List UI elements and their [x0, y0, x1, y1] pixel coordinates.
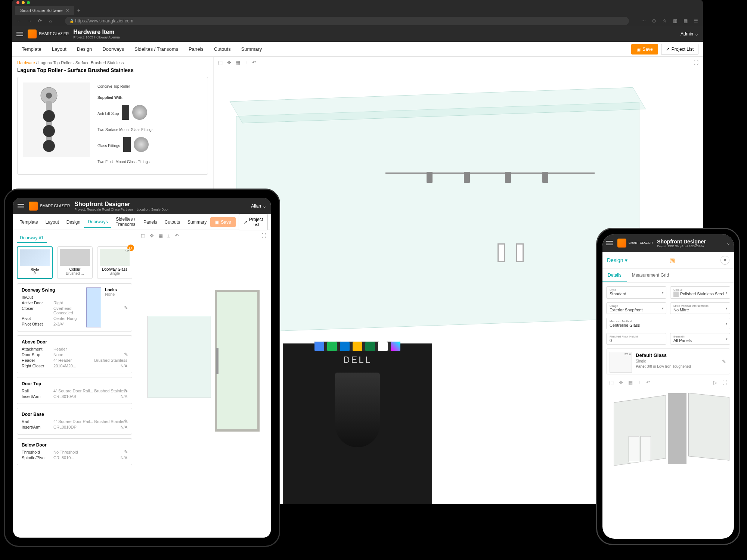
colour-option[interactable]: Colour Brushed ...	[57, 246, 92, 279]
project-list-button[interactable]: ↗Project List	[239, 214, 268, 230]
tab-summary[interactable]: Summary	[236, 43, 267, 56]
tool-measure-icon[interactable]: ⟂	[167, 233, 170, 239]
tool-play-icon[interactable]: ▷	[713, 380, 717, 385]
tool-cube-icon[interactable]: ⬚	[141, 233, 145, 239]
user-menu[interactable]: Admin ⌄	[681, 31, 698, 37]
library-icon[interactable]: ▥	[672, 18, 678, 24]
close-button[interactable]: ✕	[720, 256, 729, 265]
back-icon[interactable]: ←	[16, 18, 22, 24]
tool-move-icon[interactable]: ✥	[150, 233, 154, 239]
save-button[interactable]: ▣Save	[210, 217, 235, 227]
style-option[interactable]: Style P	[17, 246, 53, 279]
tab-template[interactable]: Template	[16, 217, 42, 228]
more-icon[interactable]: ⋯	[640, 18, 647, 24]
edit-icon[interactable]: ✎	[124, 388, 128, 393]
project-list-button[interactable]: ↗Project List	[661, 44, 698, 55]
tool-fullscreen-icon[interactable]: ⛶	[261, 233, 266, 239]
prop-value2: Brushed Stainless	[94, 358, 127, 363]
minimize-dot-icon[interactable]	[22, 1, 25, 4]
tool-grid-icon[interactable]: ▦	[236, 60, 240, 65]
floor-height-field[interactable]: Finished Floor Height 0	[606, 333, 666, 345]
tab-design[interactable]: Design	[63, 217, 84, 228]
tool-undo-icon[interactable]: ↶	[252, 60, 256, 65]
close-dot-icon[interactable]	[16, 1, 19, 4]
save-button[interactable]: ▣Save	[631, 44, 658, 55]
home-icon[interactable]: ⌂	[47, 18, 54, 24]
hamburger-icon[interactable]	[606, 241, 613, 245]
taskbar-app-icon[interactable]	[378, 342, 388, 351]
edit-icon[interactable]: ✎	[124, 352, 128, 357]
style-field[interactable]: Style Standard ▾	[606, 286, 666, 299]
tab-measurement-grid[interactable]: Measurement Grid	[627, 269, 674, 282]
tool-undo-icon[interactable]: ↶	[175, 233, 179, 239]
browser-tab[interactable]: Smart Glazier Software ✕	[15, 6, 74, 15]
tab-template[interactable]: Template	[16, 43, 47, 56]
tab-sidelites[interactable]: Sidelites / Transoms	[111, 214, 139, 230]
doorway-tab[interactable]: Doorway #1	[17, 234, 47, 243]
tool-measure-icon[interactable]: ⟂	[638, 380, 641, 385]
measure-field[interactable]: Measure Method Centreline Glass ▾	[606, 318, 730, 329]
edit-icon[interactable]: ✎	[124, 419, 128, 424]
tool-move-icon[interactable]: ✥	[619, 380, 623, 385]
tab-cutouts[interactable]: Cutouts	[161, 217, 184, 228]
taskbar-spotify-icon[interactable]	[327, 342, 337, 351]
user-menu[interactable]: Allan ⌄	[251, 203, 266, 209]
url-field[interactable]: 🔒 https://www.smartglazier.com	[65, 17, 629, 25]
edit-icon[interactable]: ✎	[722, 359, 726, 364]
tool-fullscreen-icon[interactable]: ⛶	[694, 60, 698, 65]
tab-design[interactable]: Design	[72, 43, 97, 56]
zoom-icon[interactable]: ⊕	[651, 18, 657, 24]
tab-layout[interactable]: Layout	[47, 43, 72, 56]
tab-details[interactable]: Details	[602, 269, 627, 282]
reload-icon[interactable]: ⟳	[37, 18, 43, 24]
tab-panels[interactable]: Panels	[183, 43, 209, 56]
tool-measure-icon[interactable]: ⟂	[245, 60, 248, 65]
new-tab-icon[interactable]: +	[77, 7, 80, 13]
close-tab-icon[interactable]: ✕	[66, 8, 69, 13]
layers-icon[interactable]: ▧	[669, 257, 675, 264]
phone-3d-canvas[interactable]	[606, 388, 730, 473]
breadcrumb-root[interactable]: Hardware	[17, 60, 35, 65]
hamburger-icon[interactable]	[16, 32, 23, 36]
tablet-viewer[interactable]: ⬚ ✥ ▦ ⟂ ↶ ⛶	[136, 230, 271, 538]
hamburger-icon[interactable]	[18, 204, 24, 208]
tab-sidelites[interactable]: Sidelites / Transoms	[129, 43, 183, 56]
tab-doorways[interactable]: Doorways	[84, 216, 111, 228]
project-value: 1805 Holloway Avenue	[86, 35, 120, 39]
mitre-field[interactable]: Mitre Vertical Intersections No Mitre ▾	[670, 302, 730, 314]
tool-fullscreen-icon[interactable]: ⛶	[722, 380, 727, 385]
tab-panels[interactable]: Panels	[140, 217, 161, 228]
user-menu[interactable]: ⌄	[726, 240, 730, 246]
tool-grid-icon[interactable]: ▦	[628, 380, 633, 385]
edit-icon[interactable]: ✎	[124, 305, 128, 310]
tool-cube-icon[interactable]: ⬚	[609, 380, 614, 385]
menu-icon[interactable]: ☰	[692, 18, 699, 24]
tab-doorways[interactable]: Doorways	[97, 43, 129, 56]
taskbar-excel-icon[interactable]	[365, 342, 375, 351]
tool-undo-icon[interactable]: ↶	[646, 380, 650, 385]
user-name: Allan	[251, 203, 261, 209]
usage-field[interactable]: Usage Exterior Shopfront ▾	[606, 302, 666, 314]
tab-layout[interactable]: Layout	[42, 217, 63, 228]
beneath-field[interactable]: Beneath All Panels ▾	[670, 333, 730, 345]
design-dropdown[interactable]: Design ▾	[607, 257, 627, 263]
tool-cube-icon[interactable]: ⬚	[218, 60, 223, 65]
maximize-dot-icon[interactable]	[27, 1, 30, 4]
forward-icon[interactable]: →	[26, 18, 33, 24]
tool-move-icon[interactable]: ✥	[227, 60, 231, 65]
glass-option[interactable]: ⊖ Doorway Glass Single	[97, 246, 132, 279]
taskbar-explorer-icon[interactable]	[353, 342, 362, 351]
prop-value: Center Hung	[53, 316, 83, 321]
viewer-toolbar: ⬚ ✥ ▦ ⟂ ↶ ⛶	[214, 57, 703, 68]
tool-grid-icon[interactable]: ▦	[158, 233, 163, 239]
tab-cutouts[interactable]: Cutouts	[209, 43, 236, 56]
tab-summary[interactable]: Summary	[184, 217, 210, 228]
colour-field[interactable]: Colour Polished Stainless Steel ▾	[670, 286, 730, 299]
edit-icon[interactable]: ✎	[124, 449, 128, 455]
hw-label-supplied: Supplied With:	[97, 94, 124, 102]
taskbar-copilot-icon[interactable]	[391, 342, 400, 351]
bookmark-icon[interactable]: ☆	[661, 18, 668, 24]
extension-icon[interactable]: ▦	[682, 18, 689, 24]
taskbar-outlook-icon[interactable]	[340, 342, 350, 351]
taskbar-chrome-icon[interactable]	[314, 342, 324, 351]
